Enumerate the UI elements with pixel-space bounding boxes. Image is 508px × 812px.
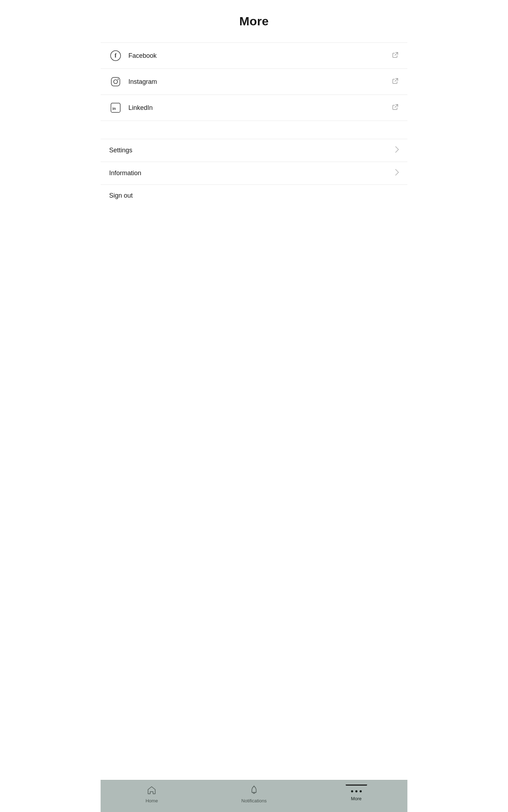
- linkedin-icon: in: [109, 101, 122, 114]
- svg-point-10: [360, 790, 362, 792]
- chevron-right-icon: [395, 146, 399, 154]
- bell-icon: [249, 785, 259, 797]
- tab-more[interactable]: More: [305, 785, 407, 801]
- facebook-label: Facebook: [128, 52, 392, 60]
- svg-point-3: [114, 80, 118, 84]
- sign-out-item[interactable]: Sign out: [101, 185, 407, 207]
- facebook-icon: f: [109, 49, 122, 62]
- external-link-icon: [392, 103, 399, 112]
- svg-rect-2: [111, 77, 120, 86]
- tab-notifications[interactable]: Notifications: [203, 785, 305, 803]
- facebook-item[interactable]: f Facebook: [101, 42, 407, 69]
- tab-notifications-label: Notifications: [242, 798, 267, 803]
- svg-point-8: [351, 790, 353, 792]
- tab-more-label: More: [351, 796, 362, 801]
- external-link-icon: [392, 77, 399, 86]
- svg-point-4: [118, 79, 119, 80]
- linkedin-label: LinkedIn: [128, 104, 392, 112]
- dots-icon: [351, 785, 362, 795]
- tab-home[interactable]: Home: [101, 785, 203, 803]
- chevron-right-icon: [395, 169, 399, 177]
- linkedin-item[interactable]: in LinkedIn: [101, 95, 407, 121]
- information-item[interactable]: Information: [101, 162, 407, 185]
- svg-text:in: in: [112, 106, 116, 111]
- instagram-item[interactable]: Instagram: [101, 69, 407, 95]
- active-indicator: [346, 785, 367, 786]
- instagram-icon: [109, 75, 122, 88]
- page-title: More: [108, 14, 400, 28]
- home-icon: [147, 785, 157, 797]
- menu-section: Settings Information Sign out: [101, 139, 407, 207]
- settings-label: Settings: [109, 147, 395, 154]
- svg-text:f: f: [115, 52, 117, 59]
- tab-bar: Home Notifications More: [101, 780, 407, 812]
- tab-home-label: Home: [146, 798, 158, 803]
- settings-item[interactable]: Settings: [101, 139, 407, 162]
- instagram-label: Instagram: [128, 78, 392, 86]
- svg-point-9: [355, 790, 357, 792]
- sign-out-label: Sign out: [109, 192, 133, 199]
- social-links-section: f Facebook Instagram: [101, 42, 407, 121]
- information-label: Information: [109, 169, 395, 177]
- external-link-icon: [392, 51, 399, 60]
- page-header: More: [101, 0, 407, 35]
